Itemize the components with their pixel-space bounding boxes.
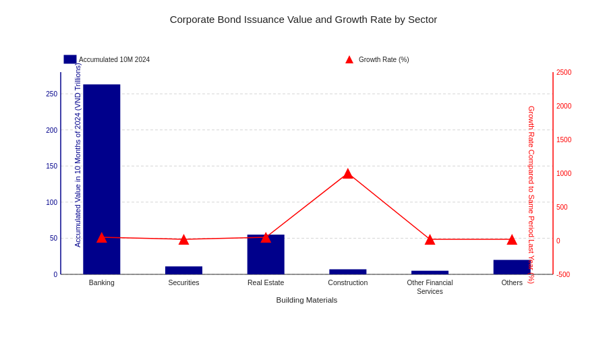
svg-text:0: 0 [53,271,57,278]
svg-text:Building Materials: Building Materials [277,296,338,304]
svg-text:150: 150 [46,162,57,170]
svg-rect-25 [329,270,366,275]
y-axis-right-label: Growth Rate Compared to Same Period Last… [527,106,536,254]
svg-text:0: 0 [556,237,560,245]
svg-text:-500: -500 [556,271,570,278]
svg-text:Growth Rate (%): Growth Rate (%) [359,56,409,63]
svg-text:Services: Services [417,288,442,295]
svg-rect-27 [494,260,531,274]
svg-text:1500: 1500 [556,136,572,144]
svg-text:Other Financial: Other Financial [407,279,453,286]
svg-rect-23 [165,266,202,274]
svg-text:2000: 2000 [556,102,572,110]
svg-text:Securities: Securities [168,278,199,286]
svg-rect-42 [64,55,76,63]
svg-text:250: 250 [46,90,57,98]
svg-marker-44 [345,55,353,63]
svg-text:2500: 2500 [556,69,572,76]
svg-text:100: 100 [46,199,57,206]
y-axis-left-label: Accumulated Value in 10 Months of 2024 (… [73,113,82,247]
svg-text:Real Estate: Real Estate [248,278,284,286]
chart-container: Corporate Bond Issuance Value and Growth… [0,0,607,364]
svg-text:50: 50 [50,235,58,242]
svg-rect-22 [83,84,120,274]
svg-text:500: 500 [556,204,568,211]
svg-text:Banking: Banking [89,278,115,286]
svg-text:200: 200 [46,127,57,134]
svg-text:1000: 1000 [556,170,572,177]
svg-text:Construction: Construction [328,278,368,286]
chart-title: Corporate Bond Issuance Value and Growth… [47,13,560,25]
svg-rect-26 [411,271,449,274]
main-chart: 050100150200250-50005001000150020002500B… [54,32,560,328]
chart-area: Accumulated Value in 10 Months of 2024 (… [54,32,560,328]
svg-text:Accumulated 10M 2024: Accumulated 10M 2024 [79,56,150,63]
svg-text:Others: Others [501,278,523,286]
